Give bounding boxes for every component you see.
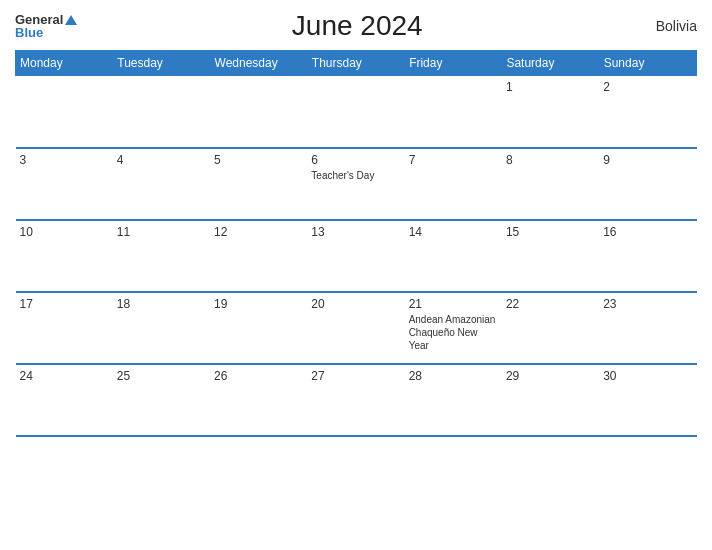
day-cell: 7 — [405, 148, 502, 220]
logo-triangle-icon — [65, 15, 77, 25]
day-cell: 3 — [16, 148, 113, 220]
day-number: 23 — [603, 297, 692, 311]
col-saturday: Saturday — [502, 51, 599, 76]
day-number: 20 — [311, 297, 400, 311]
day-cell: 19 — [210, 292, 307, 364]
country-label: Bolivia — [637, 18, 697, 34]
day-number: 28 — [409, 369, 498, 383]
day-cell: 9 — [599, 148, 696, 220]
day-cell: 14 — [405, 220, 502, 292]
holiday-label: Teacher's Day — [311, 169, 400, 182]
day-cell — [405, 76, 502, 148]
col-sunday: Sunday — [599, 51, 696, 76]
day-cell: 29 — [502, 364, 599, 436]
day-number: 11 — [117, 225, 206, 239]
col-friday: Friday — [405, 51, 502, 76]
day-number: 8 — [506, 153, 595, 167]
calendar-container: General Blue June 2024 Bolivia Monday Tu… — [0, 0, 712, 550]
day-number: 2 — [603, 80, 692, 94]
holiday-label: Andean Amazonian Chaqueño New Year — [409, 313, 498, 352]
day-cell: 16 — [599, 220, 696, 292]
day-number: 30 — [603, 369, 692, 383]
day-cell: 21Andean Amazonian Chaqueño New Year — [405, 292, 502, 364]
day-cell: 25 — [113, 364, 210, 436]
day-cell: 12 — [210, 220, 307, 292]
day-cell — [307, 76, 404, 148]
day-cell: 5 — [210, 148, 307, 220]
calendar-table: Monday Tuesday Wednesday Thursday Friday… — [15, 50, 697, 437]
day-number: 26 — [214, 369, 303, 383]
day-number: 5 — [214, 153, 303, 167]
day-cell: 4 — [113, 148, 210, 220]
day-number: 21 — [409, 297, 498, 311]
day-cell: 10 — [16, 220, 113, 292]
day-number: 22 — [506, 297, 595, 311]
day-cell: 8 — [502, 148, 599, 220]
col-tuesday: Tuesday — [113, 51, 210, 76]
day-cell: 26 — [210, 364, 307, 436]
day-cell — [210, 76, 307, 148]
week-row-5: 24252627282930 — [16, 364, 697, 436]
column-headers: Monday Tuesday Wednesday Thursday Friday… — [16, 51, 697, 76]
day-cell: 13 — [307, 220, 404, 292]
day-number: 9 — [603, 153, 692, 167]
day-cell: 18 — [113, 292, 210, 364]
week-row-4: 1718192021Andean Amazonian Chaqueño New … — [16, 292, 697, 364]
day-cell: 6Teacher's Day — [307, 148, 404, 220]
day-cell: 11 — [113, 220, 210, 292]
day-cell: 23 — [599, 292, 696, 364]
day-cell: 24 — [16, 364, 113, 436]
day-cell: 28 — [405, 364, 502, 436]
col-wednesday: Wednesday — [210, 51, 307, 76]
day-cell: 20 — [307, 292, 404, 364]
day-number: 1 — [506, 80, 595, 94]
day-cell: 27 — [307, 364, 404, 436]
day-number: 4 — [117, 153, 206, 167]
day-number: 27 — [311, 369, 400, 383]
day-number: 10 — [20, 225, 109, 239]
header: General Blue June 2024 Bolivia — [15, 10, 697, 42]
day-number: 19 — [214, 297, 303, 311]
day-number: 6 — [311, 153, 400, 167]
day-cell — [113, 76, 210, 148]
day-number: 18 — [117, 297, 206, 311]
day-number: 24 — [20, 369, 109, 383]
day-cell: 22 — [502, 292, 599, 364]
day-cell: 17 — [16, 292, 113, 364]
day-number: 15 — [506, 225, 595, 239]
day-cell: 30 — [599, 364, 696, 436]
day-cell: 2 — [599, 76, 696, 148]
logo: General Blue — [15, 13, 77, 39]
week-row-2: 3456Teacher's Day789 — [16, 148, 697, 220]
day-number: 12 — [214, 225, 303, 239]
day-number: 16 — [603, 225, 692, 239]
day-number: 29 — [506, 369, 595, 383]
calendar-title: June 2024 — [77, 10, 637, 42]
logo-blue-text: Blue — [15, 26, 43, 39]
day-number: 14 — [409, 225, 498, 239]
day-number: 13 — [311, 225, 400, 239]
day-cell: 1 — [502, 76, 599, 148]
day-cell — [16, 76, 113, 148]
day-number: 25 — [117, 369, 206, 383]
week-row-1: 12 — [16, 76, 697, 148]
day-number: 17 — [20, 297, 109, 311]
week-row-3: 10111213141516 — [16, 220, 697, 292]
day-number: 7 — [409, 153, 498, 167]
col-thursday: Thursday — [307, 51, 404, 76]
day-number: 3 — [20, 153, 109, 167]
day-cell: 15 — [502, 220, 599, 292]
col-monday: Monday — [16, 51, 113, 76]
